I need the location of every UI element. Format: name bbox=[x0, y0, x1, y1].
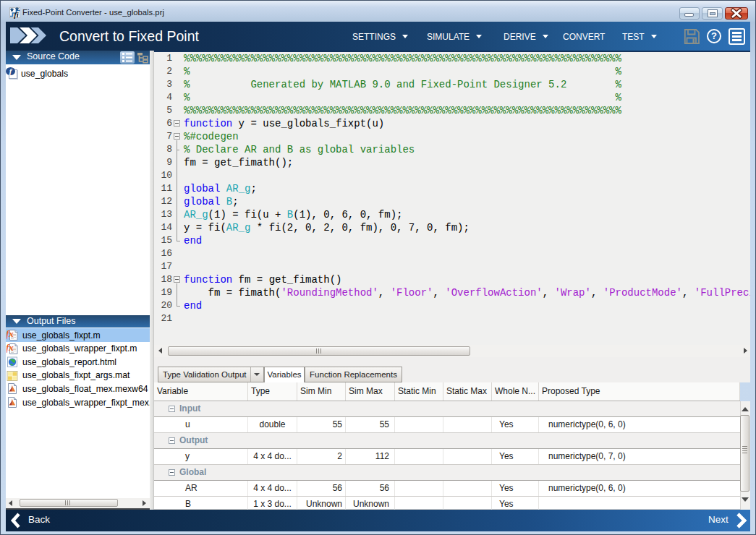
svg-text:fx: fx bbox=[7, 329, 14, 339]
svg-text:fx: fx bbox=[7, 343, 14, 353]
svg-text:fi: fi bbox=[14, 11, 18, 19]
